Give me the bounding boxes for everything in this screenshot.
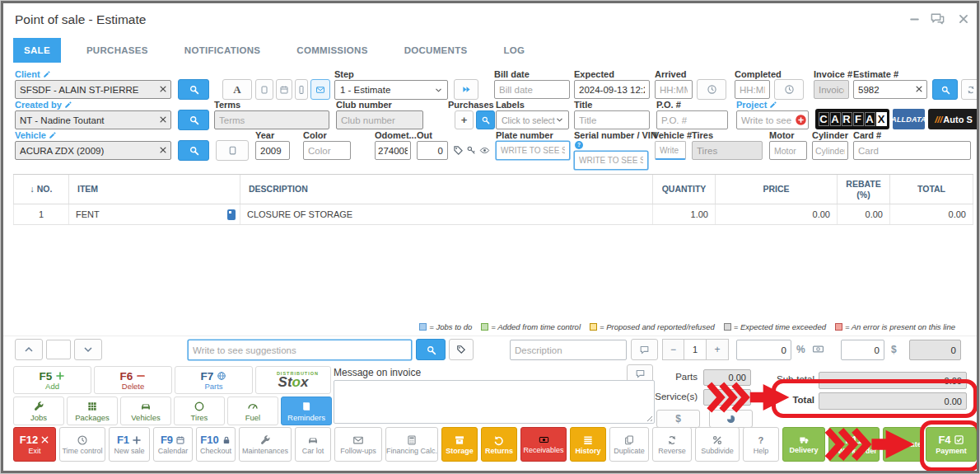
motor-input[interactable] xyxy=(769,141,807,160)
move-up-button[interactable] xyxy=(15,339,43,360)
item-suggestion-input[interactable] xyxy=(188,340,412,360)
card-input[interactable] xyxy=(853,141,971,160)
tab-purchases[interactable]: PURCHASES xyxy=(76,38,159,63)
table-row[interactable]: 1FENTCLOSURE OF STORAGE1.000.000.000.00 xyxy=(13,204,973,225)
color-input[interactable] xyxy=(303,141,351,160)
arrived-input[interactable] xyxy=(655,80,693,99)
toolbar-storage[interactable]: Storage xyxy=(441,427,478,462)
header-item[interactable]: ITEM xyxy=(69,175,240,204)
line-number-input[interactable] xyxy=(46,340,71,359)
move-down-button[interactable] xyxy=(74,339,102,360)
expected-input[interactable] xyxy=(574,80,650,99)
alldata-logo[interactable]: ALLDATA xyxy=(893,109,925,129)
toolbar-delivery[interactable]: Delivery xyxy=(782,427,825,462)
tab-notifications[interactable]: NOTIFICATIONS xyxy=(174,38,272,63)
created-by-input[interactable] xyxy=(15,110,171,129)
pie-chart-button[interactable] xyxy=(709,410,753,428)
next-step-button[interactable] xyxy=(454,79,478,100)
description-input[interactable] xyxy=(510,340,627,360)
vehicle-note-button[interactable] xyxy=(216,140,249,161)
quantity-plus-button[interactable]: + xyxy=(707,339,729,360)
header-rebate[interactable]: REBATE(%) xyxy=(838,175,890,204)
font-button[interactable]: A xyxy=(222,79,252,100)
toolbar-estimate[interactable]: + Estimate xyxy=(883,427,922,462)
terms-input[interactable] xyxy=(214,110,329,129)
odometer-input[interactable] xyxy=(375,141,411,160)
completed-input[interactable] xyxy=(735,80,770,99)
created-by-search-button[interactable] xyxy=(178,110,209,130)
toolbar-maintenances[interactable]: Maintenances xyxy=(239,427,292,462)
title-input[interactable] xyxy=(574,110,650,129)
tab-documents[interactable]: DOCUMENTS xyxy=(394,38,478,63)
cell-total[interactable]: 0.00 xyxy=(890,204,973,224)
header-description[interactable]: DESCRIPTION xyxy=(240,175,653,204)
toolbar-receivables[interactable]: Receivables xyxy=(520,427,567,462)
toolbar-follow-ups[interactable]: Follow-ups xyxy=(334,427,382,462)
refresh-estimate-button[interactable] xyxy=(961,79,979,100)
client-input[interactable] xyxy=(15,80,171,99)
quantity-minus-button[interactable]: − xyxy=(662,339,684,360)
tab-log[interactable]: LOG xyxy=(492,38,535,63)
cell-description[interactable]: CLOSURE OF STORAGE xyxy=(240,204,653,224)
calendar-button[interactable] xyxy=(276,79,292,100)
toolbar-subdivide[interactable]: Subdivide xyxy=(695,427,740,462)
clear-created-by-icon[interactable] xyxy=(159,115,167,124)
chat-icon[interactable] xyxy=(929,12,945,26)
bill-date-input[interactable] xyxy=(494,80,570,99)
clear-vehicle-icon[interactable] xyxy=(159,146,167,154)
close-icon[interactable] xyxy=(955,12,972,26)
clear-client-icon[interactable] xyxy=(159,85,167,93)
club-number-input[interactable] xyxy=(336,110,423,129)
vehicle-no-input[interactable] xyxy=(655,141,686,160)
add-project-icon[interactable] xyxy=(795,114,807,126)
stox-logo[interactable]: DISTRIBUTION Stox xyxy=(255,366,331,394)
add-purchase-button[interactable]: + xyxy=(455,110,474,129)
action-delete[interactable]: F6Delete xyxy=(94,366,172,394)
eye-icon[interactable] xyxy=(479,145,490,156)
vehicle-input[interactable] xyxy=(15,141,171,160)
money-icon[interactable] xyxy=(812,343,824,355)
header-price[interactable]: PRICE xyxy=(716,175,838,204)
vin-input[interactable] xyxy=(574,151,648,170)
currency-button[interactable]: $ xyxy=(656,410,700,428)
minimize-icon[interactable] xyxy=(906,12,922,26)
line-rebate-input[interactable] xyxy=(841,340,884,360)
category-vehicles[interactable]: Vehicles xyxy=(120,397,171,425)
cell-no[interactable]: 1 xyxy=(13,204,69,224)
tag-icon[interactable] xyxy=(453,145,464,156)
clear-estimate-icon[interactable] xyxy=(915,85,923,93)
cell-price[interactable]: 0.00 xyxy=(716,204,838,224)
toolbar-calendar[interactable]: F9Calendar xyxy=(153,427,193,462)
step-select[interactable]: 1 - Estimate xyxy=(334,80,448,100)
toolbar-car-lot[interactable]: Car lot xyxy=(295,427,331,462)
category-tires[interactable]: Tires xyxy=(174,397,225,425)
action-parts[interactable]: F7Parts xyxy=(175,366,253,394)
toolbar-duplicate[interactable]: Duplicate xyxy=(609,427,649,462)
email-button[interactable] xyxy=(310,79,330,100)
plate-input[interactable] xyxy=(496,141,570,160)
toolbar-exit[interactable]: F12Exit xyxy=(13,427,56,462)
toolbar-time-control[interactable]: Time control xyxy=(59,427,105,462)
toolbar-checkout[interactable]: F10Checkout xyxy=(196,427,236,462)
phone-button[interactable] xyxy=(295,79,308,100)
cell-item[interactable]: FENT xyxy=(69,204,240,224)
tab-sale[interactable]: SALE xyxy=(13,38,61,63)
toolbar-financing-calc[interactable]: Financing Calc. xyxy=(385,427,438,462)
tag-button[interactable] xyxy=(449,339,474,360)
toolbar-returns[interactable]: Returns xyxy=(481,427,517,462)
tab-commissions[interactable]: COMMISSIONS xyxy=(286,38,378,63)
year-input[interactable] xyxy=(255,141,290,160)
vehicle-search-button[interactable] xyxy=(178,140,209,161)
toolbar-reverse[interactable]: Reverse xyxy=(652,427,692,462)
estimate-search-button[interactable] xyxy=(932,79,958,100)
cylinder-input[interactable] xyxy=(812,141,848,160)
toolbar-new-sale[interactable]: F1New sale xyxy=(109,427,150,462)
completed-clock-button[interactable] xyxy=(774,79,804,100)
action-add[interactable]: F5Add xyxy=(13,366,91,394)
arrived-clock-button[interactable] xyxy=(697,79,726,100)
toolbar-help[interactable]: ?Help xyxy=(743,427,779,462)
category-packages[interactable]: Packages xyxy=(67,397,118,425)
toolbar-payment[interactable]: F4Payment xyxy=(926,427,977,462)
item-search-button[interactable] xyxy=(416,339,446,360)
key-icon[interactable] xyxy=(466,145,477,156)
